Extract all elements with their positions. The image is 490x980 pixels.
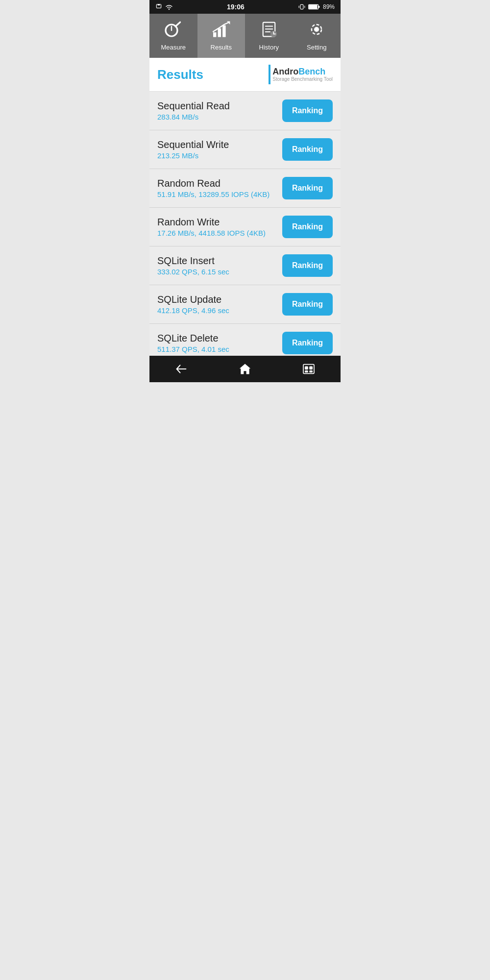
battery-percent: 89% <box>323 3 335 10</box>
wifi-icon <box>165 3 173 10</box>
result-item-2: Random Read 51.91 MB/s, 13289.55 IOPS (4… <box>149 169 341 208</box>
result-item-1: Sequential Write 213.25 MB/s Ranking <box>149 130 341 169</box>
results-icon <box>211 21 231 41</box>
result-value-6: 511.37 QPS, 4.01 sec <box>157 345 282 353</box>
ranking-btn-4[interactable]: Ranking <box>282 254 333 277</box>
svg-rect-30 <box>310 370 313 372</box>
result-name-4: SQLite Insert <box>157 255 282 267</box>
result-name-1: Sequential Write <box>157 139 282 150</box>
tab-history-label: History <box>259 44 279 51</box>
tab-results-label: Results <box>211 44 232 51</box>
svg-rect-7 <box>309 5 317 9</box>
result-info-3: Random Write 17.26 MB/s, 4418.58 IOPS (4… <box>157 217 282 237</box>
svg-rect-1 <box>158 4 160 5</box>
result-info-2: Random Read 51.91 MB/s, 13289.55 IOPS (4… <box>157 178 282 198</box>
svg-rect-29 <box>305 370 308 372</box>
svg-line-9 <box>175 22 180 26</box>
page-title: Results <box>157 67 203 82</box>
result-value-5: 412.18 QPS, 4.96 sec <box>157 306 282 315</box>
result-info-6: SQLite Delete 511.37 QPS, 4.01 sec <box>157 333 282 353</box>
svg-marker-25 <box>240 364 251 374</box>
status-right-icons: 89% <box>298 3 335 10</box>
measure-icon <box>164 21 183 41</box>
status-time: 19:06 <box>227 3 245 11</box>
result-value-4: 333.02 QPS, 6.15 sec <box>157 268 282 276</box>
result-info-0: Sequential Read 283.84 MB/s <box>157 100 282 121</box>
result-name-2: Random Read <box>157 178 282 189</box>
ranking-btn-5[interactable]: Ranking <box>282 293 333 316</box>
nav-tabs: Measure Results History <box>149 14 341 58</box>
tab-measure-label: Measure <box>161 44 186 51</box>
result-value-1: 213.25 MB/s <box>157 151 282 160</box>
logo-area: AndroBench Storage Benchmarking Tool <box>269 65 333 84</box>
result-value-2: 51.91 MB/s, 13289.55 IOPS (4KB) <box>157 190 282 198</box>
content-area: Results AndroBench Storage Benchmarking … <box>149 58 341 356</box>
result-item-4: SQLite Insert 333.02 QPS, 6.15 sec Ranki… <box>149 246 341 285</box>
result-name-3: Random Write <box>157 217 282 228</box>
notification-icon <box>155 3 162 10</box>
result-name-0: Sequential Read <box>157 100 282 112</box>
svg-rect-13 <box>222 25 225 37</box>
svg-rect-27 <box>305 367 308 369</box>
tab-measure[interactable]: Measure <box>149 14 197 58</box>
tab-setting[interactable]: Setting <box>293 14 341 58</box>
result-item-0: Sequential Read 283.84 MB/s Ranking <box>149 92 341 130</box>
svg-rect-6 <box>318 6 320 8</box>
logo-subtitle: Storage Benchmarking Tool <box>272 76 333 82</box>
result-item-5: SQLite Update 412.18 QPS, 4.96 sec Ranki… <box>149 285 341 324</box>
result-info-4: SQLite Insert 333.02 QPS, 6.15 sec <box>157 255 282 276</box>
logo-text: AndroBench Storage Benchmarking Tool <box>272 67 333 82</box>
ranking-btn-0[interactable]: Ranking <box>282 99 333 122</box>
menu-button[interactable] <box>296 359 321 379</box>
results-list: Sequential Read 283.84 MB/s Ranking Sequ… <box>149 92 341 356</box>
ranking-btn-2[interactable]: Ranking <box>282 177 333 199</box>
tab-history[interactable]: History <box>245 14 293 58</box>
history-icon <box>259 21 279 41</box>
bottom-bar <box>149 356 341 382</box>
result-value-3: 17.26 MB/s, 4418.58 IOPS (4KB) <box>157 229 282 237</box>
result-info-1: Sequential Write 213.25 MB/s <box>157 139 282 160</box>
result-item-3: Random Write 17.26 MB/s, 4418.58 IOPS (4… <box>149 208 341 246</box>
svg-rect-2 <box>300 4 303 9</box>
result-info-5: SQLite Update 412.18 QPS, 4.96 sec <box>157 294 282 315</box>
svg-rect-28 <box>310 367 313 369</box>
logo-bar-accent <box>269 65 270 84</box>
page-header: Results AndroBench Storage Benchmarking … <box>149 58 341 92</box>
home-button[interactable] <box>233 359 257 379</box>
result-name-5: SQLite Update <box>157 294 282 305</box>
battery-icon <box>308 3 320 10</box>
ranking-btn-6[interactable]: Ranking <box>282 332 333 354</box>
result-name-6: SQLite Delete <box>157 333 282 344</box>
logo-name-andro: Andro <box>272 67 298 76</box>
status-bar: 19:06 89% <box>149 0 341 14</box>
status-left-icons <box>155 3 173 10</box>
svg-point-22 <box>314 27 319 32</box>
result-value-0: 283.84 MB/s <box>157 113 282 121</box>
svg-rect-12 <box>218 28 221 37</box>
logo-name-bench: Bench <box>298 67 325 76</box>
ranking-btn-1[interactable]: Ranking <box>282 138 333 161</box>
back-button[interactable] <box>169 359 194 379</box>
setting-icon <box>307 21 326 41</box>
ranking-btn-3[interactable]: Ranking <box>282 216 333 238</box>
svg-rect-11 <box>213 32 216 37</box>
logo-name: AndroBench <box>272 67 333 77</box>
tab-setting-label: Setting <box>307 44 326 51</box>
vibrate-icon <box>298 3 305 10</box>
result-item-6: SQLite Delete 511.37 QPS, 4.01 sec Ranki… <box>149 324 341 356</box>
tab-results[interactable]: Results <box>197 14 245 58</box>
